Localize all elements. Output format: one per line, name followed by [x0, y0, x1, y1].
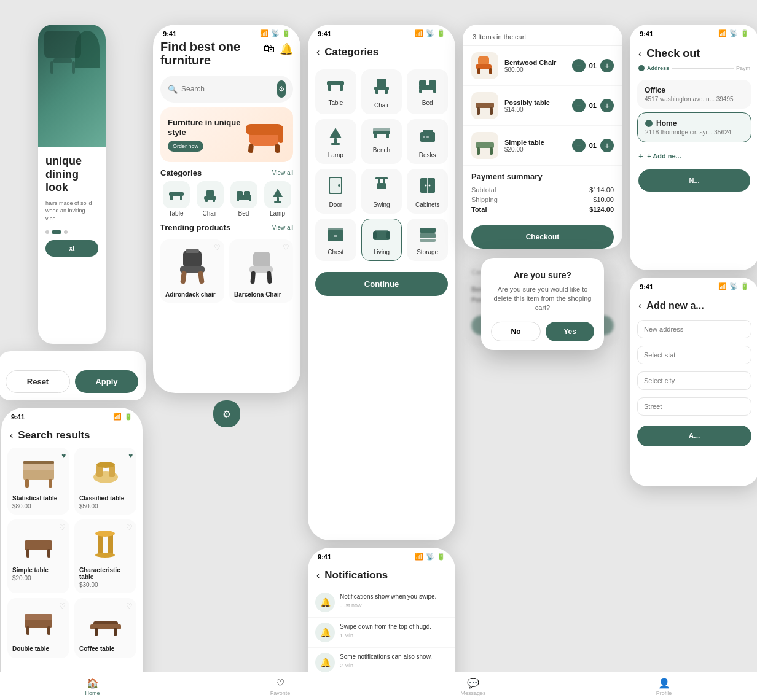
favorite-button[interactable]: ♥: [128, 451, 133, 460]
dialog-yes-button[interactable]: Yes: [546, 322, 594, 341]
door-cat-label: Door: [329, 201, 342, 208]
cat-card-bench[interactable]: Bench: [361, 119, 402, 164]
list-item[interactable]: ♥ Classified table $50.00: [74, 448, 136, 515]
status-bar-addr: 9:41 📶📡🔋: [630, 278, 757, 293]
qty-decrease-0[interactable]: −: [572, 59, 586, 72]
qty-decrease-1[interactable]: −: [572, 99, 586, 112]
select-city-input[interactable]: [637, 371, 751, 390]
next-button[interactable]: N...: [638, 169, 750, 192]
reset-button[interactable]: Reset: [6, 370, 70, 393]
sidebar-item-lamp[interactable]: Lamp: [262, 181, 293, 217]
favorite-button[interactable]: ♡: [126, 602, 133, 610]
cart-header: 3 Items in the cart: [463, 25, 622, 46]
chair-icon: [197, 181, 224, 208]
bench-cat-label: Bench: [373, 147, 390, 154]
floating-filter-button[interactable]: ⚙: [213, 400, 240, 427]
home-status-icons: 📶📡🔋: [260, 29, 291, 37]
cat-card-bed[interactable]: Bed: [407, 69, 448, 114]
list-item[interactable]: ♡ Characteristic table $30.00: [74, 519, 136, 593]
qty-increase-0[interactable]: +: [600, 59, 614, 72]
filter-button[interactable]: ⚙: [277, 80, 286, 98]
list-item[interactable]: ♥ Statistical table $80.00: [7, 448, 69, 515]
cat-card-cabinets[interactable]: Cabinets: [407, 169, 448, 214]
categories-view-all[interactable]: View all: [272, 169, 293, 176]
list-item[interactable]: ♡ Double table: [7, 598, 69, 658]
cat-card-storage[interactable]: Storage: [407, 219, 448, 261]
cat-card-chair[interactable]: Chair: [361, 69, 402, 114]
favorite-button[interactable]: ♡: [59, 602, 66, 610]
cat-card-desks[interactable]: Desks: [407, 119, 448, 164]
svg-rect-6: [49, 479, 52, 488]
cats-back-button[interactable]: ‹: [316, 47, 320, 58]
product-name: Characteristic table: [79, 567, 131, 580]
new-address-input[interactable]: [637, 320, 751, 338]
sidebar-item-bed[interactable]: Bed: [228, 181, 259, 217]
list-item[interactable]: ♡ Adirondack chair: [160, 239, 224, 303]
add-addr-back-button[interactable]: ‹: [638, 300, 641, 311]
search-icon: 🔍: [168, 85, 178, 94]
continue-button[interactable]: Continue: [315, 272, 448, 296]
search-input[interactable]: [181, 85, 273, 93]
checkout-back-button[interactable]: ‹: [638, 49, 641, 60]
svg-rect-86: [375, 177, 388, 179]
svg-rect-92: [328, 228, 343, 231]
cart-item-0: Bentwood Chair $80.00 − 01 +: [463, 46, 622, 86]
shop-icon[interactable]: 🛍: [264, 42, 275, 56]
cat-card-living[interactable]: Living: [361, 219, 402, 261]
product-name-1: Barcelona Chair: [234, 291, 288, 298]
apply-button[interactable]: Apply: [75, 370, 138, 393]
qty-increase-1[interactable]: +: [600, 99, 614, 112]
cabinets-cat-label: Cabinets: [415, 201, 439, 208]
cat-card-chest[interactable]: Chest: [315, 219, 356, 261]
bell-icon[interactable]: 🔔: [280, 42, 293, 56]
sidebar-item-chair[interactable]: Chair: [194, 181, 226, 217]
list-item[interactable]: ♡ Simple table $20.00: [7, 519, 69, 593]
street-input[interactable]: [637, 397, 751, 416]
qty-value-1: 01: [589, 102, 597, 109]
checkout-screen: 9:41 📶📡🔋 ‹ Check out Address Paym Office…: [630, 25, 757, 270]
add-icon: +: [638, 151, 643, 161]
address-card-home[interactable]: Home 2118 thornridge cir. syr... 35624: [637, 112, 751, 142]
intro-next-button[interactable]: xt: [45, 240, 98, 257]
cat-card-swing[interactable]: Swing: [361, 169, 402, 214]
qty-increase-2[interactable]: +: [600, 139, 614, 152]
total-label: Total: [471, 206, 487, 213]
svg-rect-93: [334, 235, 337, 237]
search-results-screen: 9:41 📶🔋 ‹ Search results ♥ Statistical t…: [1, 408, 143, 700]
favorite-button-0[interactable]: ♡: [214, 243, 221, 252]
back-button[interactable]: ‹: [10, 430, 13, 441]
dialog-no-button[interactable]: No: [491, 322, 541, 341]
qty-decrease-2[interactable]: −: [572, 139, 586, 152]
svg-rect-48: [183, 251, 202, 268]
checkout-button[interactable]: Checkout: [471, 225, 614, 249]
sidebar-item-table[interactable]: Table: [160, 181, 192, 217]
svg-rect-55: [250, 271, 256, 284]
svg-rect-110: [490, 147, 493, 155]
favorite-button[interactable]: ♡: [126, 523, 133, 532]
favorite-button[interactable]: ♡: [59, 523, 66, 532]
cats-status-icons: 📶📡🔋: [415, 29, 445, 37]
svg-point-78: [423, 136, 425, 138]
favorite-button-1[interactable]: ♡: [283, 243, 289, 252]
add-new-address-row[interactable]: + + Add ne...: [630, 146, 757, 166]
favorite-button[interactable]: ♥: [61, 451, 66, 460]
cat-card-table[interactable]: Table: [315, 69, 356, 114]
status-icons: 📶🔋: [113, 413, 133, 421]
delete-dialog: Are you sure? Are you sure you would lik…: [481, 257, 604, 349]
qty-value-2: 01: [589, 142, 597, 149]
bed-cat-icon: [418, 76, 437, 97]
add-address-submit-button[interactable]: A...: [637, 426, 751, 446]
list-item[interactable]: ♡ Barcelona Chair: [229, 239, 293, 303]
dialog-title: Are you sure?: [491, 270, 594, 279]
list-item[interactable]: ♡ Coffee table: [74, 598, 136, 658]
select-state-input[interactable]: [637, 346, 751, 364]
shipping-label: Shipping: [471, 196, 498, 203]
trending-view-all[interactable]: View all: [272, 224, 293, 231]
cart-with-dialog: Cart Bentwood Chair Possibly table Check…: [463, 261, 622, 346]
cat-card-door[interactable]: Door: [315, 169, 356, 214]
address-card-office[interactable]: Office 4517 washington ave. n... 39495: [637, 80, 751, 109]
order-now-button[interactable]: Order now: [168, 141, 203, 152]
cat-card-lamp[interactable]: Lamp: [315, 119, 356, 164]
notif-back-button[interactable]: ‹: [316, 570, 320, 581]
cabinets-cat-icon: [418, 176, 437, 199]
